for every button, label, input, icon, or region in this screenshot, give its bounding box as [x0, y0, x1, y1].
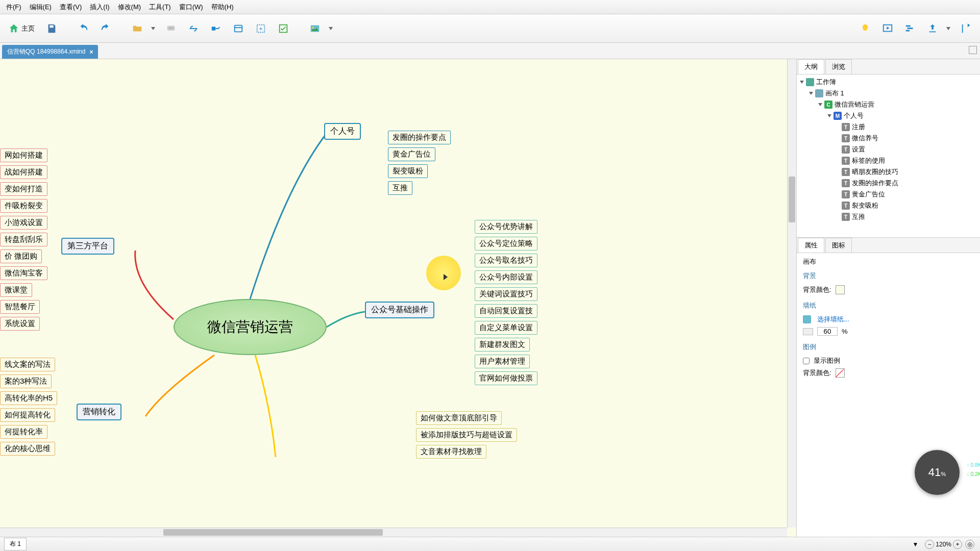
- vertical-scrollbar[interactable]: [787, 59, 796, 528]
- choose-wallpaper-link[interactable]: 选择墙纸...: [817, 315, 849, 324]
- menu-modify[interactable]: 修改(M): [114, 1, 145, 13]
- child-node[interactable]: 高转化率的H5: [0, 391, 57, 405]
- outline-canvas[interactable]: 画布 1: [797, 88, 980, 99]
- outline-item[interactable]: T黄金广告位: [797, 189, 980, 200]
- child-node[interactable]: 转盘刮刮乐: [0, 233, 47, 246]
- link-button[interactable]: [184, 19, 203, 38]
- export-button[interactable]: [957, 19, 976, 38]
- tab-close-icon[interactable]: ×: [89, 48, 93, 56]
- mindmap-canvas[interactable]: 微信营销运营 个人号 发圈的操作要点黄金广告位裂变吸粉互推 第三方平台 网如何搭…: [0, 59, 796, 537]
- child-node[interactable]: 系统设置: [0, 317, 40, 331]
- tab-attributes[interactable]: 属性: [798, 238, 824, 253]
- menu-edit[interactable]: 编辑(E): [26, 1, 56, 13]
- sheet-tab[interactable]: 布 1: [4, 538, 27, 550]
- child-node[interactable]: 价 微团购: [0, 249, 42, 263]
- zoom-fit-button[interactable]: ◎: [965, 540, 974, 549]
- child-node[interactable]: 如何提高转化: [0, 408, 55, 422]
- menu-tools[interactable]: 工具(T): [145, 1, 175, 13]
- node-convert[interactable]: 营销转化: [77, 404, 121, 420]
- gantt-button[interactable]: [900, 19, 920, 38]
- image-dropdown[interactable]: [328, 19, 336, 38]
- outline-item[interactable]: T微信养号: [797, 133, 980, 144]
- outline-root[interactable]: C微信营销运营: [797, 99, 980, 110]
- opacity-slider[interactable]: [803, 328, 813, 335]
- outline-personal[interactable]: M个人号: [797, 110, 980, 121]
- child-node[interactable]: 新建群发图文: [475, 338, 530, 352]
- child-node[interactable]: 公众号取名技巧: [475, 254, 537, 267]
- tab-browse[interactable]: 浏览: [825, 59, 852, 74]
- present-button[interactable]: [878, 19, 897, 38]
- child-node[interactable]: 文音素材寻找教理: [416, 445, 486, 459]
- bgcolor-swatch[interactable]: [836, 285, 845, 294]
- redo-button[interactable]: [96, 19, 115, 38]
- network-widget[interactable]: 41% ↑ 0.8K/s ↓ 0.2K/s: [915, 450, 960, 495]
- child-node[interactable]: 用户素材管理: [475, 355, 530, 368]
- tab-icons[interactable]: 图标: [825, 238, 852, 253]
- v-scroll-thumb[interactable]: [789, 177, 795, 222]
- node-public[interactable]: 公众号基础操作: [365, 302, 434, 318]
- child-node[interactable]: 公众号内部设置: [475, 270, 537, 284]
- maximize-button[interactable]: [969, 46, 977, 54]
- child-node[interactable]: 裂变吸粉: [388, 164, 428, 178]
- undo-button[interactable]: [74, 19, 93, 38]
- image-button[interactable]: [305, 19, 325, 38]
- child-node[interactable]: 案的3种写法: [0, 374, 52, 388]
- menu-help[interactable]: 帮助(H): [207, 1, 238, 13]
- outline-item[interactable]: T注册: [797, 121, 980, 133]
- child-node[interactable]: 互推: [388, 181, 412, 195]
- document-tab[interactable]: 信营销QQ 184998864.xmind ×: [2, 45, 98, 59]
- folder-button[interactable]: [128, 19, 147, 38]
- marker-button[interactable]: [274, 19, 293, 38]
- outline-item[interactable]: T裂变吸粉: [797, 200, 980, 211]
- outline-item[interactable]: T标签的使用: [797, 155, 980, 166]
- comment-button[interactable]: [161, 19, 181, 38]
- outline-item[interactable]: T互推: [797, 211, 980, 222]
- outline-tree[interactable]: 工作簿 画布 1 C微信营销运营 M个人号 T注册T微信养号T设置T标签的使用T…: [797, 74, 980, 238]
- child-node[interactable]: 官网如何做投票: [475, 371, 537, 385]
- outline-workbook[interactable]: 工作簿: [797, 77, 980, 88]
- home-button[interactable]: 主页: [4, 19, 39, 38]
- node-personal[interactable]: 个人号: [324, 123, 361, 140]
- child-node[interactable]: 黄金广告位: [388, 147, 435, 161]
- opacity-input[interactable]: [817, 327, 838, 336]
- child-node[interactable]: 智慧餐厅: [0, 300, 40, 314]
- child-node[interactable]: 公众号定位策略: [475, 237, 537, 251]
- child-node[interactable]: 变如何打造: [0, 182, 47, 196]
- idea-button[interactable]: [855, 19, 875, 38]
- menu-view[interactable]: 查看(V): [56, 1, 86, 13]
- child-node[interactable]: 微课堂: [0, 283, 32, 297]
- child-node[interactable]: 件吸粉裂变: [0, 199, 47, 213]
- outline-item[interactable]: T晒朋友圈的技巧: [797, 166, 980, 178]
- child-node[interactable]: 公众号优势讲解: [475, 220, 537, 234]
- h-scroll-thumb[interactable]: [163, 529, 383, 536]
- menu-file[interactable]: 件(F): [2, 1, 26, 13]
- child-node[interactable]: 何提转化率: [0, 425, 47, 439]
- outline-item[interactable]: T设置: [797, 144, 980, 155]
- save-button[interactable]: [42, 19, 61, 38]
- child-node[interactable]: 小游戏设置: [0, 216, 47, 230]
- child-node[interactable]: 网如何搭建: [0, 148, 47, 162]
- summary-button[interactable]: +: [251, 19, 271, 38]
- node-third-party[interactable]: 第三方平台: [61, 238, 114, 255]
- menu-window[interactable]: 窗口(W): [175, 1, 207, 13]
- center-topic[interactable]: 微信营销运营: [174, 299, 327, 355]
- legend-bgcolor-swatch[interactable]: [836, 368, 845, 378]
- child-node[interactable]: 被添加排版技巧与超链设置: [416, 428, 517, 442]
- child-node[interactable]: 如何做文章顶底部引导: [416, 411, 502, 425]
- zoom-in-button[interactable]: +: [953, 540, 962, 549]
- menu-insert[interactable]: 插入(I): [86, 1, 113, 13]
- child-node[interactable]: 关键词设置技巧: [475, 287, 537, 301]
- folder-dropdown[interactable]: [150, 19, 158, 38]
- upload-button[interactable]: [923, 19, 942, 38]
- child-node[interactable]: 化的核心思维: [0, 442, 55, 456]
- tab-outline[interactable]: 大纲: [798, 59, 824, 74]
- boundary-button[interactable]: [229, 19, 248, 38]
- child-node[interactable]: 自定义菜单设置: [475, 321, 537, 335]
- upload-dropdown[interactable]: [945, 19, 953, 38]
- filter-icon[interactable]: ▼: [912, 541, 918, 548]
- outline-item[interactable]: T发圈的操作要点: [797, 178, 980, 189]
- relation-button[interactable]: [206, 19, 226, 38]
- horizontal-scrollbar[interactable]: [0, 528, 787, 537]
- child-node[interactable]: 微信淘宝客: [0, 266, 47, 280]
- child-node[interactable]: 战如何搭建: [0, 165, 47, 179]
